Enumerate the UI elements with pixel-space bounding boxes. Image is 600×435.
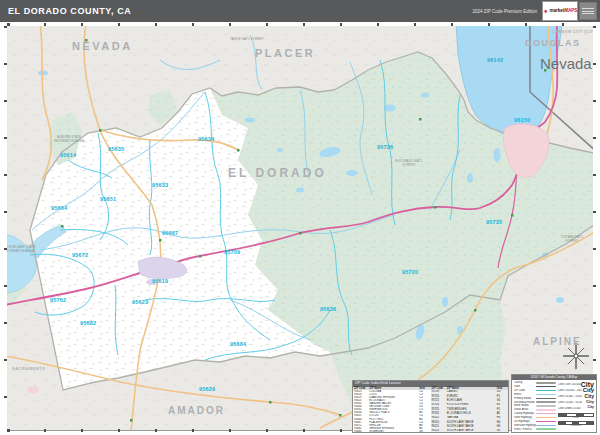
legend-item-swatch (536, 413, 556, 414)
legend-item-label: US Highways (514, 420, 536, 423)
legend-item-label: County Highways (514, 412, 536, 415)
scale-bar-miles: Miles (558, 413, 594, 420)
diamond-springs-urban-area (146, 279, 158, 285)
legend-city-label: Cities 100,000 - 250,000 (558, 389, 582, 392)
legend-city-label: Cities Under 25,000 (558, 407, 581, 410)
legend-item-swatch (536, 421, 556, 422)
legend-item-swatch (536, 390, 556, 391)
legend-city-label: Cities Over 250,000 (558, 383, 581, 386)
legend-city-sample: City (585, 394, 594, 399)
legend-city-sample: City (588, 406, 594, 409)
table-cell: 95684 (353, 430, 368, 433)
legend-city-sample: City (586, 400, 594, 404)
legend-item-label: Parks / Forests (514, 428, 536, 431)
legend-item-swatch (536, 398, 556, 399)
map-canvas (0, 0, 600, 435)
marketmaps-logo: ✶ marketMAPS (542, 1, 578, 21)
legend-item-label: Minor Roads (514, 404, 536, 407)
legend-item-label: County (514, 381, 536, 384)
table-cell: 96155 (431, 429, 446, 433)
legend-item-swatch (536, 409, 556, 410)
legend-item-swatch (536, 428, 556, 429)
map-frame-bottom (0, 431, 600, 435)
legend-item-label: State (514, 385, 536, 388)
legend-item-label: Urban Areas (514, 408, 536, 411)
legend: 2024 © El Dorado County, CA Map CountySt… (511, 374, 597, 433)
legend-item-swatch (536, 382, 556, 383)
legend-item-swatch (536, 394, 556, 395)
title-bar: EL DORADO COUNTY, CA 2024 ZIP Code Premi… (0, 0, 600, 22)
legend-item-swatch (536, 405, 556, 406)
zip-index-right-group: ZIP Code ZIP Name Grid 95709CAMINOD49572… (431, 387, 509, 434)
table-cell: D6 (418, 430, 430, 433)
legend-city-items: Cities Over 250,000CityCities 100,000 - … (557, 380, 596, 431)
scale-km-label: Kilometers (558, 425, 594, 428)
legend-line-items: CountyStateZIP CodeRiversPrimary RoadsSe… (512, 380, 557, 431)
legend-city-item: Cities Under 25,000City (558, 405, 594, 411)
small-urban-area (27, 387, 39, 394)
table-cell: SOUTH LAKE TAHOE (446, 429, 496, 433)
zip-index-table: ZIP Code Index/Grid Locator ZIP Code ZIP… (352, 380, 509, 433)
logo-wordmark: marketMAPS (550, 9, 578, 14)
grid-ticks-right (593, 26, 596, 429)
table-row: 95684SOMERSETD6 (353, 430, 431, 433)
logo-fine-print (579, 2, 597, 20)
map-title: EL DORADO COUNTY, CA (8, 6, 473, 16)
table-row: 96155SOUTH LAKE TAHOEG5 (431, 429, 509, 433)
map-poster: NEVADAPLACERDOUGLASEL DORADOALPINEAMADOR… (0, 0, 600, 435)
scale-miles-label: Miles (558, 417, 594, 420)
legend-item-swatch (536, 386, 556, 387)
legend-item-label: Primary Roads (514, 397, 536, 400)
legend-city-label: Cities 25,000 - 50,000 (558, 401, 582, 404)
legend-item-swatch (536, 425, 556, 426)
legend-item-swatch (536, 417, 556, 418)
legend-item-label: ZIP Code (514, 389, 536, 392)
logo-star-icon: ✶ (543, 8, 549, 15)
table-cell: SOMERSET (368, 430, 418, 433)
edition-label: 2024 ZIP Code Premium Edition (473, 9, 537, 14)
legend-item-label: State Highways (514, 416, 536, 419)
grid-ticks-left (4, 26, 7, 429)
legend-item-label: Interstate Highways (514, 424, 536, 427)
grid-ticks-top (7, 23, 593, 26)
table-cell: G5 (496, 429, 508, 433)
legend-city-label: Cities 50,000 - 100,000 (558, 395, 582, 398)
legend-item-label: Secondary Roads (514, 401, 536, 404)
zip-index-left-group: ZIP Code ZIP Name Grid 95613COLOMAC49561… (353, 387, 431, 434)
scale-bar-km: Kilometers (558, 421, 594, 428)
legend-item-label: Rivers (514, 393, 536, 396)
legend-item-swatch (536, 401, 556, 402)
legend-item-parks-forests: Parks / Forests (514, 427, 556, 431)
